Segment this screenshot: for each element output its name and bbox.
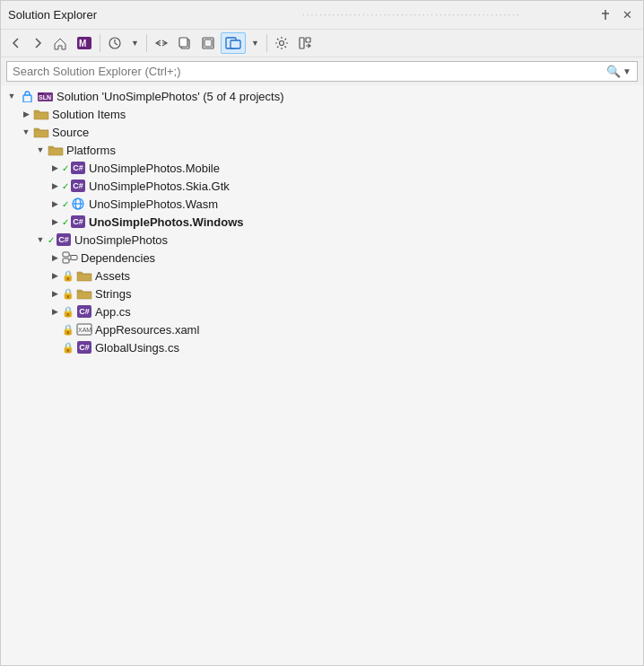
tree-item-windows[interactable]: ✓ C# UnoSimplePhotos.Windows <box>1 213 643 231</box>
active-view-button[interactable] <box>221 32 246 54</box>
lock-icon-appcs: 🔒 <box>62 306 74 318</box>
svg-rect-6 <box>179 38 187 47</box>
tree-item-platforms[interactable]: Platforms <box>1 141 643 159</box>
expand-icon-source <box>19 125 33 139</box>
tree-item-assets[interactable]: 🔒 Assets <box>1 267 643 285</box>
tree-item-solution-items[interactable]: Solution Items <box>1 105 643 123</box>
close-button[interactable]: ✕ <box>619 6 636 23</box>
expand-icon-wasm <box>48 197 62 211</box>
separator-2 <box>146 34 147 52</box>
expand-icon-mobile <box>48 161 62 175</box>
tree-item-strings[interactable]: 🔒 Strings <box>1 285 643 302</box>
svg-rect-23 <box>71 256 77 260</box>
search-magnifier-icon: 🔍 <box>606 65 621 78</box>
layout-button[interactable] <box>294 33 316 53</box>
csharp-badge-appcs: C# <box>77 305 91 318</box>
platforms-label: Platforms <box>66 144 116 157</box>
tree-item-globalusings[interactable]: 🔒 C# GlobalUsings.cs <box>1 338 643 356</box>
globe-icon-wasm <box>70 197 86 211</box>
title-bar: Solution Explorer ······················… <box>1 1 643 30</box>
check-icon-skia: ✓ <box>62 181 69 191</box>
expand-icon-skia <box>48 179 62 193</box>
svg-rect-21 <box>63 252 69 257</box>
mobile-label: UnoSimplePhotos.Mobile <box>89 162 220 175</box>
tree-item-wasm[interactable]: ✓ UnoSimplePhotos.Wasm <box>1 195 643 213</box>
svg-text:M: M <box>79 39 86 48</box>
lock-icon-appresources: 🔒 <box>62 324 74 336</box>
tree-item-skia[interactable]: ✓ C# UnoSimplePhotos.Skia.Gtk <box>1 177 643 195</box>
expand-icon-globalusings <box>48 340 62 355</box>
tree-item-appresources[interactable]: 🔒 XAML AppResources.xaml <box>1 320 643 338</box>
copy-button[interactable] <box>174 33 196 53</box>
home-button[interactable] <box>49 33 71 53</box>
toolbar: M ▼ <box>1 30 643 57</box>
history-dropdown[interactable]: ▼ <box>127 36 143 50</box>
solution-icon-svg: SLN <box>38 90 54 102</box>
csharp-badge-skia: C# <box>71 180 85 192</box>
vs-icon: M <box>76 36 92 50</box>
tree-item-source[interactable]: Source <box>1 123 643 141</box>
chevron-down-icon: ▼ <box>131 39 139 48</box>
back-icon <box>10 37 22 49</box>
svg-rect-10 <box>231 40 240 48</box>
chevron-down-icon-2: ▼ <box>251 39 259 48</box>
solution-items-label: Solution Items <box>52 108 126 121</box>
unosimplephotos-label: UnoSimplePhotos <box>74 233 168 247</box>
expand-icon-appcs <box>48 304 62 319</box>
csharp-badge-globalusings: C# <box>77 341 91 354</box>
search-input[interactable] <box>13 65 606 78</box>
back-button[interactable] <box>6 34 26 52</box>
csharp-badge-unosimplephotos: C# <box>57 233 71 246</box>
globe-svg <box>71 197 85 210</box>
strings-label: Strings <box>95 287 131 301</box>
active-dropdown[interactable]: ▼ <box>248 36 263 50</box>
folder-icon-source <box>33 125 49 139</box>
pin-icon <box>600 9 612 21</box>
filter-button[interactable] <box>197 33 219 53</box>
xaml-svg: XAML <box>76 323 92 336</box>
lock-svg <box>22 91 32 102</box>
close-icon: ✕ <box>622 8 632 22</box>
expand-icon-assets <box>48 268 62 283</box>
solution-explorer-panel: Solution Explorer ······················… <box>0 0 644 666</box>
check-icon-unosimplephotos: ✓ <box>48 235 55 245</box>
title-dots: ········································… <box>302 10 593 20</box>
search-dropdown-icon[interactable]: ▼ <box>621 66 631 76</box>
tree-item-mobile[interactable]: ✓ C# UnoSimplePhotos.Mobile <box>1 159 643 177</box>
sync-button[interactable] <box>151 34 172 52</box>
expand-icon-dependencies <box>48 250 62 265</box>
skia-label: UnoSimplePhotos.Skia.Gtk <box>89 180 230 193</box>
folder-icon-solution-items <box>33 107 49 121</box>
history-button[interactable] <box>104 33 126 53</box>
tree-item-dependencies[interactable]: Dependencies <box>1 249 643 267</box>
solution-root[interactable]: SLN Solution 'UnoSimplePhotos' (5 of 4 p… <box>1 87 643 105</box>
expand-icon-appresources <box>48 322 62 337</box>
layout-icon <box>298 36 312 50</box>
settings-button[interactable] <box>271 33 292 53</box>
filter-icon <box>201 36 215 50</box>
search-bar[interactable]: 🔍 ▼ <box>6 61 638 82</box>
tree-item-unosimplephotos[interactable]: ✓ C# UnoSimplePhotos <box>1 231 643 249</box>
appresources-label: AppResources.xaml <box>95 323 199 337</box>
csharp-badge-mobile: C# <box>71 162 85 174</box>
folder-svg-strings <box>76 287 92 300</box>
svg-text:SLN: SLN <box>39 94 51 101</box>
expand-icon-platforms <box>33 143 48 157</box>
appcs-label: App.cs <box>95 305 131 319</box>
pin-button[interactable] <box>596 7 615 22</box>
sync-icon <box>154 37 169 49</box>
separator-1 <box>100 34 100 52</box>
svg-rect-8 <box>205 39 212 47</box>
dep-svg <box>62 251 78 264</box>
folder-icon-platforms <box>48 143 64 157</box>
svg-rect-14 <box>23 95 31 102</box>
csharp-icon-appcs: C# <box>76 304 92 319</box>
lock-icon-globalusings: 🔒 <box>62 342 74 354</box>
home-icon <box>53 36 67 50</box>
folder-svg <box>33 108 49 120</box>
svg-rect-12 <box>300 38 304 48</box>
tree-item-appcs[interactable]: 🔒 C# App.cs <box>1 302 643 320</box>
check-icon-mobile: ✓ <box>62 163 69 173</box>
forward-button[interactable] <box>28 34 48 52</box>
vs-icon-button[interactable]: M <box>73 33 96 53</box>
